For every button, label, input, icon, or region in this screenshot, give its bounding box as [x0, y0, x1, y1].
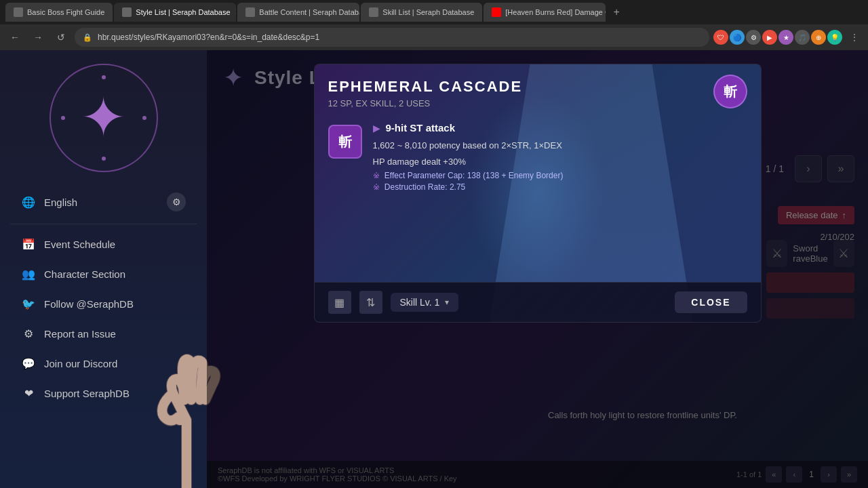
- logo-dot-bottom: [102, 157, 106, 161]
- ext-icon-8[interactable]: 💡: [827, 30, 842, 45]
- ext-icon-6[interactable]: 🎵: [795, 30, 810, 45]
- twitter-icon: 🐦: [21, 296, 36, 311]
- github-icon: ⚙: [21, 326, 36, 341]
- discord-icon: 💬: [21, 356, 36, 371]
- arrow-icon: ▶: [373, 123, 380, 134]
- destruction-rate-text: Destruction Rate: 2.75: [384, 182, 465, 192]
- sidebar-item-language[interactable]: 🌐 English ⚙: [10, 186, 197, 218]
- ext-icon-1[interactable]: 🛡: [713, 30, 728, 45]
- attack-type-row: ▶ 9-hit ST attack: [373, 122, 747, 134]
- tab-favicon-2: [245, 7, 255, 17]
- modal-overlay: EPHEMERAL CASCADE 12 SP, EX SKILL, 2 USE…: [207, 50, 868, 488]
- chevron-down-icon: ▾: [445, 298, 449, 307]
- logo-dot-right: [142, 116, 146, 120]
- sidebar-item-twitter[interactable]: 🐦 Follow @SeraphDB: [10, 289, 197, 318]
- sidebar-logo: ✦: [50, 64, 158, 172]
- sidebar-item-discord[interactable]: 💬 Join our Discord: [10, 349, 197, 378]
- sidebar-item-event-schedule[interactable]: 📅 Event Schedule: [10, 230, 197, 258]
- effect-cap-line: ※ Effect Parameter Cap: 138 (138 + Enemy…: [373, 171, 747, 180]
- refresh-button[interactable]: ↺: [52, 28, 71, 47]
- tab-label-2: Battle Content | Seraph Database: [259, 8, 359, 16]
- tab-basic-boss[interactable]: Basic Boss Fight Guide: [5, 3, 113, 22]
- ext-icon-4[interactable]: ▶: [762, 30, 777, 45]
- back-button[interactable]: ←: [5, 28, 24, 47]
- modal-spacer: [315, 201, 761, 282]
- sidebar-label-language: English: [44, 197, 77, 208]
- content-area: ✦ Style List ‹ 1 / 1 › » 👤 Release date …: [207, 50, 868, 488]
- address-text: hbr.quest/styles/RKayamori03?en&r=0&s=in…: [98, 33, 701, 42]
- ext-icon-5[interactable]: ★: [778, 30, 793, 45]
- logo-circle: ✦: [50, 64, 158, 172]
- gear-icon[interactable]: ⚙: [167, 192, 186, 211]
- skill-level-selector[interactable]: Skill Lv. 1 ▾: [391, 293, 459, 312]
- modal-content: EPHEMERAL CASCADE 12 SP, EX SKILL, 2 USE…: [315, 64, 761, 322]
- modal-subtitle: 12 SP, EX SKILL, 2 USES: [328, 98, 747, 108]
- new-tab-button[interactable]: +: [607, 3, 626, 22]
- modal-body: 斬 ▶ 9-hit ST attack 1,602 ~ 8,010 potenc…: [315, 115, 761, 201]
- main-layout: ✦ 🌐 English ⚙ 📅 Event Schedule: [0, 50, 868, 488]
- skill-modal: EPHEMERAL CASCADE 12 SP, EX SKILL, 2 USE…: [314, 64, 762, 323]
- settings-nav-icon[interactable]: ⋮: [846, 29, 863, 45]
- note-symbol-1: ※: [373, 171, 380, 180]
- footer-icons: ▦ ⇅ Skill Lv. 1 ▾: [328, 291, 459, 314]
- modal-desc: ▶ 9-hit ST attack 1,602 ~ 8,010 potency …: [373, 122, 747, 194]
- ext-icon-7[interactable]: ⊕: [811, 30, 826, 45]
- nav-bar: ← → ↺ 🔒 hbr.quest/styles/RKayamori03?en&…: [0, 24, 868, 50]
- calendar-icon: 📅: [21, 237, 36, 251]
- attack-type-label: 9-hit ST attack: [386, 122, 456, 134]
- tab-label-1: Style List | Seraph Database: [136, 8, 230, 16]
- forward-button[interactable]: →: [28, 28, 47, 47]
- logo-dot-left: [61, 116, 65, 120]
- modal-header: EPHEMERAL CASCADE 12 SP, EX SKILL, 2 USE…: [315, 64, 761, 115]
- ext-icon-2[interactable]: 🔵: [730, 30, 745, 45]
- browser-chrome: Basic Boss Fight Guide Style List | Sera…: [0, 0, 868, 50]
- sidebar-label-twitter: Follow @SeraphDB: [44, 298, 134, 310]
- tab-label-4: [Heaven Burns Red] Damage Calcu...: [505, 8, 606, 16]
- sidebar-label-event: Event Schedule: [44, 239, 115, 250]
- modal-left-badge: 斬: [328, 125, 362, 159]
- tab-label-0: Basic Boss Fight Guide: [27, 8, 104, 16]
- effect-cap-text: Effect Parameter Cap: 138 (138 + Enemy B…: [384, 171, 564, 180]
- people-icon: 👥: [21, 266, 36, 281]
- sidebar: ✦ 🌐 English ⚙ 📅 Event Schedule: [0, 50, 207, 488]
- lock-icon: 🔒: [83, 33, 92, 42]
- modal-title: EPHEMERAL CASCADE: [328, 78, 747, 96]
- heart-icon: ❤: [21, 386, 36, 401]
- tab-style-list[interactable]: Style List | Seraph Database ✕: [114, 3, 236, 22]
- tab-bar: Basic Boss Fight Guide Style List | Sera…: [0, 0, 868, 24]
- sidebar-item-support[interactable]: ❤ Support SeraphDB: [10, 379, 197, 407]
- tab-favicon-4: [492, 7, 501, 17]
- sidebar-label-discord: Join our Discord: [44, 358, 117, 369]
- sidebar-item-report[interactable]: ⚙ Report an Issue: [10, 319, 197, 348]
- destruction-rate-line: ※ Destruction Rate: 2.75: [373, 182, 747, 192]
- close-button[interactable]: CLOSE: [675, 291, 747, 313]
- sidebar-nav: 🌐 English ⚙ 📅 Event Schedule 👥 Character…: [0, 186, 207, 407]
- hp-bonus-line: HP damage dealt +30%: [373, 155, 747, 169]
- modal-badge: 斬: [713, 75, 747, 108]
- tab-damage-calc[interactable]: [Heaven Burns Red] Damage Calcu...: [484, 3, 606, 22]
- address-bar[interactable]: 🔒 hbr.quest/styles/RKayamori03?en&r=0&s=…: [75, 28, 709, 47]
- sidebar-label-character: Character Section: [44, 268, 125, 280]
- sidebar-item-character-section[interactable]: 👥 Character Section: [10, 260, 197, 288]
- ext-icon-3[interactable]: ⚙: [746, 30, 761, 45]
- sidebar-label-support: Support SeraphDB: [44, 388, 130, 399]
- potency-line: 1,602 ~ 8,010 potency based on 2×STR, 1×…: [373, 139, 747, 152]
- extensions-area: 🛡 🔵 ⚙ ▶ ★ 🎵 ⊕ 💡: [713, 30, 842, 45]
- skill-level-text: Skill Lv. 1: [400, 297, 440, 308]
- logo-dot-top: [102, 75, 106, 79]
- tab-skill-list[interactable]: Skill List | Seraph Database: [361, 3, 482, 22]
- globe-icon: 🌐: [21, 195, 36, 209]
- note-symbol-2: ※: [373, 182, 380, 192]
- modal-footer: ▦ ⇅ Skill Lv. 1 ▾ CLOSE: [315, 282, 761, 322]
- tab-favicon-1: [122, 7, 132, 17]
- tab-favicon-3: [369, 7, 378, 17]
- swap-icon-button[interactable]: ⇅: [359, 291, 382, 314]
- sidebar-label-report: Report an Issue: [44, 328, 116, 340]
- tab-favicon-0: [14, 7, 23, 17]
- tab-battle-content[interactable]: Battle Content | Seraph Database: [237, 3, 359, 22]
- logo-star-icon: ✦: [81, 91, 126, 145]
- tab-close-1[interactable]: ✕: [235, 7, 237, 17]
- sidebar-divider-1: [10, 224, 197, 224]
- chart-icon-button[interactable]: ▦: [328, 291, 351, 314]
- tab-label-3: Skill List | Seraph Database: [382, 8, 474, 16]
